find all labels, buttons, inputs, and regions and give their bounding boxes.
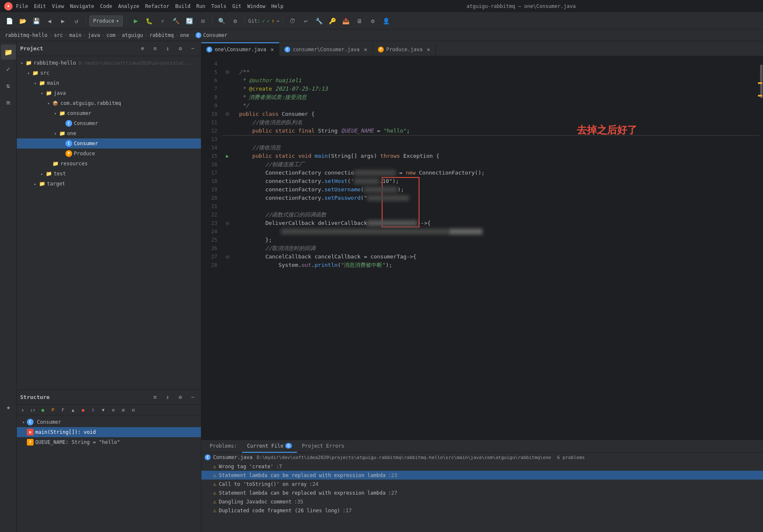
struct-item-main[interactable]: m main(String[]): void <box>17 427 201 437</box>
struct-visibility-btn[interactable]: ● <box>39 406 47 414</box>
menu-bar[interactable]: File Edit View Navigate Code Analyze Ref… <box>16 3 284 9</box>
fold-arrow-5[interactable]: ⊖ <box>225 68 229 76</box>
struct-lambda-btn[interactable]: λ <box>89 406 97 414</box>
fold-arrow-10[interactable]: ⊖ <box>225 110 229 118</box>
breadcrumb-atguigu[interactable]: atguigu <box>122 32 143 38</box>
fold-arrow-23[interactable]: ⊖ <box>226 220 229 227</box>
tree-item-test[interactable]: ▸ 📁 test <box>17 169 201 179</box>
tree-item-one-folder[interactable]: ▾ 📁 one <box>17 128 201 138</box>
timer-btn[interactable]: ⏱ <box>286 15 298 27</box>
vertical-scrollbar[interactable] <box>760 56 763 440</box>
git-check2[interactable]: ✓ <box>267 18 270 24</box>
problem-row-2[interactable]: ⚠ Statement lambda can be replaced with … <box>201 471 763 480</box>
sidebar-icon-pull-requests[interactable]: ⇅ <box>1 78 16 93</box>
project-settings-btn[interactable]: ⚙ <box>176 44 185 53</box>
tree-item-consumer-folder[interactable]: ▾ 📁 consumer <box>17 108 201 118</box>
tree-item-java[interactable]: ▾ 📁 java <box>17 88 201 98</box>
forward-btn[interactable]: ▶ <box>57 15 69 27</box>
menu-code[interactable]: Code <box>100 3 112 9</box>
tab-close-consumer-consumer[interactable]: × <box>364 47 367 52</box>
scrollbar-thumb[interactable] <box>760 65 763 98</box>
avatar-btn[interactable]: 👤 <box>380 15 392 27</box>
run-btn[interactable]: ▶ <box>130 15 142 27</box>
struct-filter-btn[interactable]: ▼ <box>99 406 107 414</box>
code-content[interactable]: /** * @author huajieli * @create 2021-07… <box>232 56 760 440</box>
tree-arrow-package[interactable]: ▾ <box>45 101 52 106</box>
sidebar-icon-favorites[interactable]: ★ <box>1 399 16 415</box>
struct-arrow-consumer[interactable]: ▾ <box>20 420 27 425</box>
tab-consumer-consumer[interactable]: C consumer\Consumer.java × <box>279 42 372 56</box>
tree-item-src[interactable]: ▾ 📁 src <box>17 68 201 78</box>
tree-arrow-src[interactable]: ▾ <box>25 71 32 76</box>
git-check1[interactable]: ✓ <box>262 18 265 24</box>
sidebar-icon-structure[interactable]: ≡ <box>1 95 16 110</box>
gutter-run-15[interactable]: ▶ <box>222 152 232 160</box>
tree-item-package[interactable]: ▾ 📦 com.atguigu.rabbitmq <box>17 98 201 108</box>
recent-btn[interactable]: ↺ <box>70 15 82 27</box>
power-btn[interactable]: ⊡ <box>197 15 209 27</box>
tree-arrow-java[interactable]: ▾ <box>39 91 45 96</box>
problem-row-5[interactable]: ⚠ Dangling Javadoc comment :35 <box>201 497 763 506</box>
struct-item-queue-name[interactable]: f QUEUE_NAME: String = "hello" <box>17 437 201 447</box>
project-collapse-btn[interactable]: ≡ <box>151 44 160 53</box>
breadcrumb-com[interactable]: com <box>107 32 116 38</box>
struct-anon-btn[interactable]: ● <box>79 406 87 414</box>
breadcrumb-rabbitmq-hello[interactable]: rabbitmq-hello <box>5 32 47 38</box>
wrench-btn[interactable]: 🔧 <box>313 15 325 27</box>
menu-analyze[interactable]: Analyze <box>118 3 139 9</box>
breadcrumb-java[interactable]: java <box>88 32 100 38</box>
tab-close-produce[interactable]: × <box>427 47 430 52</box>
menu-tools[interactable]: Tools <box>211 3 227 9</box>
breadcrumb-rabbitmq[interactable]: rabbitmq <box>149 32 174 38</box>
share-btn[interactable]: 📤 <box>340 15 352 27</box>
project-add-btn[interactable]: ⊕ <box>138 44 147 53</box>
struct-gear-btn[interactable]: ⚙ <box>109 406 117 414</box>
tree-item-one-consumer[interactable]: C Consumer <box>17 138 201 149</box>
menu-edit[interactable]: Edit <box>34 3 46 9</box>
tree-item-produce[interactable]: P Produce <box>17 149 201 159</box>
menu-git[interactable]: Git <box>232 3 242 9</box>
terminal-btn[interactable]: 🖥 <box>354 15 365 27</box>
breadcrumb-main[interactable]: main <box>69 32 81 38</box>
git-push[interactable]: → <box>276 18 279 24</box>
struct-collapse2-btn[interactable]: ⊟ <box>129 406 138 414</box>
build-btn[interactable]: 🔨 <box>170 15 182 27</box>
tab-one-consumer[interactable]: C one\Consumer.java × <box>201 42 279 56</box>
struct-sort-type-btn[interactable]: ↓↑ <box>29 406 37 414</box>
save-btn[interactable]: 💾 <box>30 15 42 27</box>
menu-file[interactable]: File <box>16 3 28 9</box>
tree-arrow-test[interactable]: ▸ <box>39 172 45 176</box>
fold-arrow-27[interactable]: ⊖ <box>226 253 229 260</box>
tree-item-consumer-class[interactable]: C Consumer <box>17 118 201 128</box>
struct-sort-alpha-btn[interactable]: ↕ <box>18 406 27 414</box>
key-btn[interactable]: 🔑 <box>327 15 339 27</box>
undo-btn[interactable]: ↩ <box>300 15 312 27</box>
struct-expand-btn[interactable]: ⊞ <box>119 406 128 414</box>
tree-item-resources[interactable]: 📁 resources <box>17 159 201 169</box>
menu-view[interactable]: View <box>52 3 64 9</box>
tab-produce[interactable]: P Produce.java × <box>373 42 436 56</box>
new-file-btn[interactable]: 📄 <box>3 15 15 27</box>
struct-inherited-btn[interactable]: ▲ <box>69 406 77 414</box>
structure-sort-btn[interactable]: ↕ <box>163 393 172 402</box>
tab-close-one-consumer[interactable]: × <box>271 47 274 52</box>
struct-method-btn[interactable]: F <box>59 406 67 414</box>
menu-navigate[interactable]: Navigate <box>70 3 94 9</box>
sidebar-icon-commit[interactable]: ✓ <box>1 61 16 76</box>
menu-window[interactable]: Window <box>247 3 265 9</box>
reload-btn[interactable]: 🔄 <box>184 15 195 27</box>
tree-arrow-main[interactable]: ▾ <box>32 81 39 86</box>
problem-row-6[interactable]: ⚠ Duplicated code fragment (26 lines lon… <box>201 506 763 515</box>
nav3-btn[interactable]: ⚙ <box>229 15 241 27</box>
open-btn[interactable]: 📂 <box>17 15 29 27</box>
tree-arrow-target[interactable]: ▸ <box>32 182 39 186</box>
tab-project-errors[interactable]: Project Errors <box>297 440 349 453</box>
tree-arrow-root[interactable]: ▾ <box>18 61 25 65</box>
structure-settings-btn[interactable]: ⚙ <box>176 393 185 402</box>
tree-item-target[interactable]: ▸ 📁 target <box>17 179 201 189</box>
problem-row-3[interactable]: ⚠ Call to 'toString()' on array :24 <box>201 480 763 488</box>
problem-row-4[interactable]: ⚠ Statement lambda can be replaced with … <box>201 488 763 497</box>
git-branch[interactable]: ↑ <box>271 18 274 24</box>
project-minimize-btn[interactable]: − <box>188 44 198 53</box>
menu-help[interactable]: Help <box>271 3 284 9</box>
